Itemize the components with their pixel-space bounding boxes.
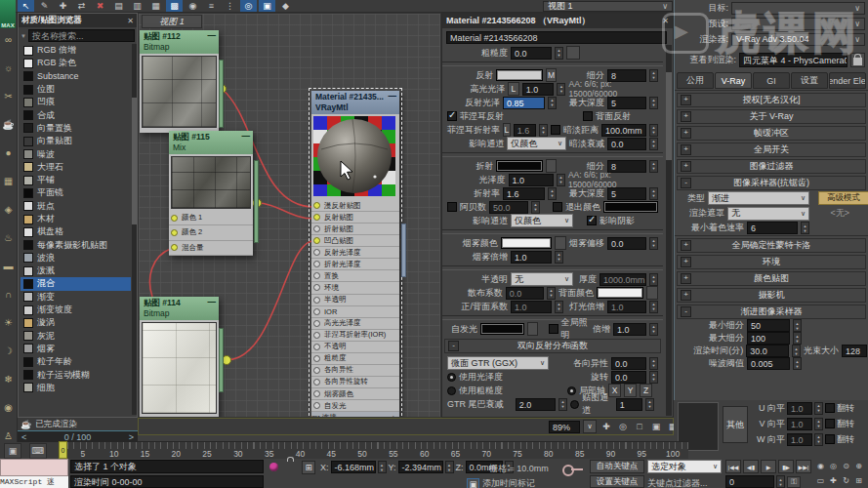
maxscript-mini-listener[interactable]: MAXScript 迷 (0, 459, 68, 488)
use-glossiness-radio[interactable] (447, 373, 456, 382)
collapse-icon[interactable]: — (389, 91, 397, 102)
rollout-header[interactable]: 关于 V-Ray (677, 109, 866, 124)
fog-bias-field[interactable]: 0.0 (607, 237, 646, 250)
spinner[interactable] (645, 398, 654, 411)
reflect-gloss-field[interactable]: 0.85 (503, 97, 545, 109)
node-input-slot[interactable]: 不透明 (311, 342, 399, 353)
isolate-pin-icon[interactable] (269, 463, 278, 471)
hilight-gloss-field[interactable]: 1.0 (522, 83, 555, 96)
fog-color-swatch[interactable] (501, 237, 552, 249)
node-input-slot[interactable]: 凹凸贴图 (311, 235, 399, 247)
connector-icon[interactable] (313, 261, 320, 267)
back-color-map-button[interactable] (646, 286, 658, 300)
orbit-icon[interactable]: ↻ (840, 473, 852, 487)
rollout-header[interactable]: 图像过滤器 (677, 159, 866, 174)
pan-hand-icon[interactable]: ✚ (599, 421, 613, 432)
connector-icon[interactable] (313, 272, 320, 279)
zoom-extents-icon[interactable]: ⊙ (840, 459, 852, 472)
sampler-rollout-header[interactable]: 图像采样器(抗锯齿) (677, 176, 866, 190)
roughness-map-button[interactable] (566, 46, 580, 60)
close-icon[interactable]: ✕ (127, 17, 134, 25)
spinner[interactable] (801, 222, 809, 234)
prev-frame-icon[interactable]: ◀▮ (743, 460, 759, 473)
zoom-extents-icon[interactable]: ▣ (649, 421, 663, 432)
spinner[interactable] (555, 301, 563, 313)
zoom-all-icon[interactable]: ◎ (827, 459, 840, 472)
sphere-icon[interactable]: ● (0, 145, 17, 160)
gloss-field[interactable]: 1.0 (509, 174, 554, 186)
rollout-header[interactable]: 颜色贴图 (677, 271, 866, 286)
map-channel-field[interactable]: 1 (616, 398, 642, 411)
target-dropdown[interactable] (731, 2, 865, 15)
render-tab[interactable]: 公用 (677, 72, 714, 89)
rollout-header[interactable]: 帧缓冲区 (677, 126, 866, 141)
advanced-mode-button[interactable]: 高级模式 (818, 191, 868, 205)
spinner[interactable] (557, 83, 565, 96)
connector-icon[interactable] (313, 355, 320, 362)
node-bitmap-112[interactable]: 贴图 #112 Bitmap — (140, 30, 219, 133)
node-input-slot[interactable]: 颜色 2 (169, 225, 253, 240)
zoom-region-icon[interactable]: □ (633, 421, 646, 432)
material-list-item[interactable]: 木材 (21, 213, 131, 225)
time-config-icon[interactable]: ⌨ (29, 443, 47, 459)
spinner[interactable] (649, 138, 658, 150)
rollout-header[interactable]: 环境 (677, 255, 866, 269)
material-list-item[interactable]: 混合 (21, 277, 131, 290)
exit-color-checkbox[interactable] (553, 202, 562, 212)
max-subdivs-field[interactable]: 100 (747, 332, 790, 345)
goldbar-icon[interactable]: ▬ (0, 259, 17, 273)
spinner[interactable] (649, 273, 658, 286)
material-list-item[interactable]: 泼溅 (21, 264, 131, 277)
material-list-item[interactable]: 平面镜 (21, 186, 131, 199)
material-list-item[interactable]: 粒子年龄 (21, 355, 131, 368)
selection-set-dropdown[interactable]: 选定对象 (647, 460, 722, 473)
spinner[interactable] (557, 174, 565, 186)
fov-icon[interactable]: ▭ (814, 473, 827, 487)
image-icon[interactable]: ▦ (0, 174, 17, 188)
spinner[interactable] (649, 371, 658, 384)
connector-icon[interactable] (313, 379, 320, 386)
node-output-tab[interactable] (219, 328, 224, 392)
y-field[interactable]: -2.394mm (398, 461, 443, 473)
backface-checkbox[interactable] (583, 111, 593, 121)
uvw-tile-field[interactable]: 1.0 (787, 402, 812, 415)
fresnel-ior-field[interactable]: 1.6 (514, 124, 536, 137)
node-input-slot[interactable]: 漫反射贴图 (311, 200, 399, 212)
connector-icon[interactable] (171, 215, 178, 222)
material-list-item[interactable]: 灰泥 (21, 330, 131, 343)
hide-unused-slots-icon[interactable]: ▥ (129, 0, 145, 12)
maxscript-macro-pane[interactable] (0, 459, 68, 476)
connector-icon[interactable] (171, 229, 178, 236)
key-filters-button[interactable]: 关键点过滤器... (647, 477, 708, 488)
node-input-slot[interactable]: 环境 (311, 282, 399, 294)
render-tab[interactable]: Render Elem (829, 72, 866, 89)
spinner[interactable] (649, 323, 658, 336)
node-input-slot[interactable]: 反射贴图 (311, 212, 399, 224)
node-input-slot[interactable]: 高光光泽度 (311, 318, 399, 330)
pan-hand-icon[interactable]: ✚ (827, 473, 840, 487)
track-prev-icon[interactable]: < (18, 432, 30, 442)
thickness-field[interactable]: 1000.0mm (599, 273, 646, 286)
background-checker-icon[interactable]: ▩ (166, 0, 183, 12)
node-output-tab[interactable] (219, 60, 224, 128)
add-time-tag[interactable]: 添加时间标记 (482, 477, 535, 488)
active-view-dropdown[interactable]: 视图 1 (543, 1, 673, 12)
connector-icon[interactable] (313, 214, 320, 221)
node-input-slot[interactable]: 粗糙度 (311, 353, 399, 365)
material-by-object-icon[interactable]: ◎ (240, 0, 257, 12)
node-bitmap-114[interactable]: 贴图 #114 Bitmap — (140, 297, 219, 418)
gtr-falloff-field[interactable]: 2.0 (516, 398, 556, 411)
set-key-button[interactable]: 设置关键点 (590, 475, 644, 488)
material-list-item[interactable]: 噪波 (21, 147, 131, 160)
flip-checkbox[interactable] (825, 403, 835, 413)
connector-icon[interactable] (313, 202, 320, 209)
sampler-type-dropdown[interactable]: 渐进 (708, 191, 809, 205)
zoom-percent-field[interactable]: 89% (549, 421, 580, 433)
scissors-icon[interactable]: ✂ (0, 89, 17, 103)
timeline-ruler[interactable]: 5101520253035404550556065707580859095100 (67, 441, 688, 459)
spinner[interactable] (555, 251, 563, 264)
node-input-slot[interactable]: 混合量 (169, 241, 253, 256)
abbe-checkbox[interactable] (447, 202, 457, 212)
reflect-color-swatch[interactable] (496, 69, 543, 81)
browser-scrollbar[interactable] (132, 44, 137, 415)
